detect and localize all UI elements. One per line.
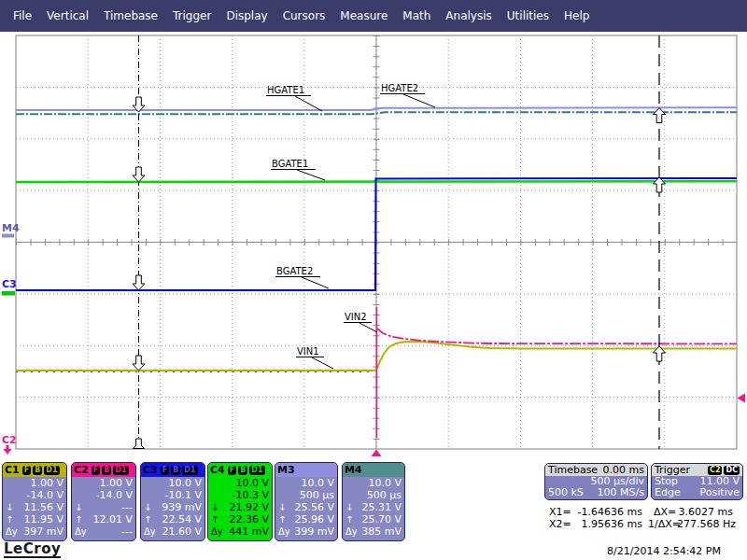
max-icon: ↑	[211, 513, 218, 525]
vdiv-value: 10.0 V	[343, 477, 404, 489]
trigger-slope: Positive	[700, 487, 740, 498]
delta-value: 441 mV	[229, 525, 269, 538]
delta-value: 397 mV	[23, 525, 63, 538]
channel-id: C4	[210, 464, 225, 476]
marker-m4-label[interactable]: M4	[2, 222, 20, 234]
delta-icon: Δy	[75, 525, 87, 538]
delta-icon: Δy	[278, 525, 290, 538]
vdiv-value: 10.0 V	[275, 477, 337, 489]
max-icon: ↑	[75, 513, 82, 525]
min-icon: ↓	[75, 501, 82, 513]
delta-icon: Δy	[144, 525, 156, 538]
trigger-time-marker[interactable]	[372, 450, 382, 457]
timebase-samples: 500 kS	[548, 487, 584, 498]
trigger-type: Edge	[655, 487, 681, 498]
badge-f: F	[161, 466, 169, 475]
max-icon: ↑	[144, 513, 151, 525]
timebase-rate: 100 MS/s	[598, 487, 644, 498]
min-value: ---	[121, 501, 133, 513]
math-box-m3[interactable]: M3 10.0 V 500 µs ↓25.56 V ↑25.96 V Δy399…	[275, 462, 338, 541]
max-value: 22.36 V	[229, 513, 269, 525]
timebase-box[interactable]: Timebase 0.00 ms 500 µs/div 500 kS 100 M…	[544, 463, 648, 500]
label-vin1: VIN1	[297, 346, 319, 357]
min-value: 939 mV	[162, 501, 202, 513]
max-value: 25.96 V	[294, 513, 334, 525]
max-icon: ↑	[6, 513, 13, 525]
delta-value: 21.60 V	[162, 525, 202, 538]
delta-icon: Δy	[6, 525, 18, 538]
min-icon: ↓	[278, 501, 286, 513]
badge-f: F	[92, 466, 100, 475]
min-icon: ↓	[144, 501, 151, 513]
max-value: 12.01 V	[92, 513, 133, 525]
max-value: 22.54 V	[162, 513, 202, 525]
datetime-display: 8/21/2014 2:54:42 PM	[598, 545, 721, 557]
channel-id: C2	[74, 464, 89, 476]
max-icon: ↑	[345, 513, 353, 525]
max-value: 11.95 V	[23, 513, 63, 525]
badge-d1: D1	[249, 466, 264, 475]
max-icon: ↑	[278, 513, 286, 525]
label-hgate2: HGATE2	[381, 83, 418, 93]
tdiv-value: 500 µs	[275, 489, 337, 501]
badge-b: B	[238, 466, 247, 475]
min-value: 11.56 V	[23, 501, 63, 513]
max-value: 25.70 V	[361, 513, 402, 525]
min-icon: ↓	[6, 501, 13, 513]
marker-m4-bar[interactable]	[2, 234, 14, 238]
marker-c4-bar[interactable]	[2, 291, 15, 296]
delta-value: 399 mV	[294, 525, 334, 538]
vdiv-value: 1.00 V	[3, 477, 66, 489]
lecroy-logo: LeCroy	[4, 541, 61, 558]
badge-b: B	[171, 466, 180, 475]
channel-box-c3[interactable]: C3 F B D1 10.0 V -10.1 V ↓939 mV ↑22.54 …	[140, 462, 205, 541]
min-value: 25.56 V	[294, 501, 334, 513]
vdiv-value: 10.0 V	[208, 477, 272, 489]
channel-id: M4	[345, 464, 362, 476]
badge-d1: D1	[113, 466, 128, 475]
cursor-x2-value: 1.95636 ms	[560, 518, 642, 530]
label-bgate2: BGATE2	[276, 266, 313, 276]
channel-id: C1	[5, 464, 20, 476]
offset-value: -14.0 V	[72, 489, 135, 501]
channel-box-c2[interactable]: C2 F B D1 1.00 V -14.0 V ↓--- ↑12.01 V Δ…	[71, 462, 136, 541]
delta-icon: Δy	[345, 525, 358, 538]
cursor-dx-value: 3.6027 ms	[670, 506, 733, 518]
vdiv-value: 1.00 V	[72, 477, 135, 489]
channel-box-c4[interactable]: C4 F B D1 10.0 V -10.3 V ↓21.92 V ↑22.36…	[207, 462, 273, 541]
trigger-coupling-badge: DC	[724, 466, 740, 475]
min-icon: ↓	[345, 501, 353, 513]
offset-value: -10.1 V	[141, 489, 204, 501]
badge-b: B	[102, 466, 111, 475]
label-hgate1: HGATE1	[267, 85, 304, 95]
marker-c2-arrow-icon[interactable]	[4, 449, 12, 455]
channel-id: M3	[277, 464, 295, 476]
min-value: 25.31 V	[361, 501, 402, 513]
badge-f: F	[22, 466, 31, 475]
offset-value: -14.0 V	[3, 489, 66, 501]
badge-d1: D1	[182, 466, 197, 475]
channel-id: C3	[143, 464, 158, 476]
cursor-x1-value: -1.64636 ms	[560, 506, 642, 518]
trigger-level-marker[interactable]	[738, 394, 746, 403]
marker-c2-arrow-stem[interactable]	[7, 445, 9, 449]
trigger-box[interactable]: Trigger C2 DC Stop 11.00 V Edge Positive	[651, 463, 743, 500]
delta-value: 385 mV	[361, 525, 402, 538]
badge-b: B	[33, 466, 42, 475]
min-value: 21.92 V	[229, 501, 269, 513]
marker-c2-label[interactable]: C2	[2, 434, 17, 446]
delta-value: ---	[121, 525, 133, 538]
trigger-source-badge: C2	[708, 466, 722, 475]
marker-c3-label[interactable]: C3	[2, 278, 17, 290]
vdiv-value: 10.0 V	[141, 477, 204, 489]
delta-icon: Δy	[211, 525, 223, 538]
math-box-m4[interactable]: M4 10.0 V 500 µs ↓25.31 V ↑25.70 V Δy385…	[342, 462, 405, 541]
offset-value: -10.3 V	[208, 489, 272, 501]
min-icon: ↓	[211, 501, 218, 513]
tdiv-value: 500 µs	[343, 489, 404, 501]
channel-box-c1[interactable]: C1 F B D1 1.00 V -14.0 V ↓11.56 V ↑11.95…	[2, 462, 67, 541]
badge-f: F	[228, 466, 236, 475]
badge-d1: D1	[44, 466, 59, 475]
label-vin2: VIN2	[345, 312, 367, 322]
label-bgate1: BGATE1	[272, 159, 308, 169]
